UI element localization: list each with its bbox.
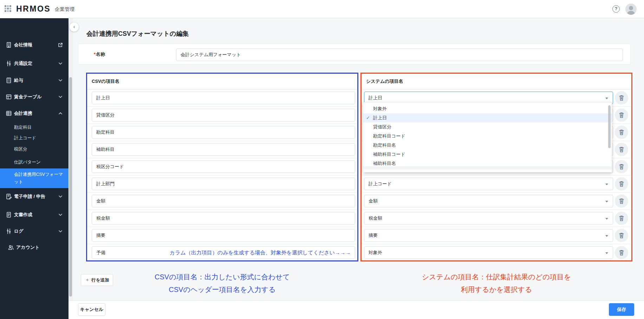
chevron-down-icon bbox=[58, 61, 63, 66]
csv-row: 貸借区分 bbox=[87, 107, 357, 124]
system-row: 税金額 bbox=[362, 210, 631, 227]
system-field-select[interactable]: 摘要 bbox=[364, 229, 613, 242]
sliders-icon bbox=[6, 60, 12, 67]
delete-row-button[interactable] bbox=[615, 194, 628, 208]
external-link-icon bbox=[58, 42, 63, 47]
save-button[interactable]: 保存 bbox=[609, 303, 634, 316]
chevron-down-icon bbox=[58, 94, 63, 99]
sidebar-item-accounting-link[interactable]: 会計連携 bbox=[0, 106, 69, 120]
hrmos-grid-logo-icon bbox=[5, 5, 13, 13]
chevron-up-icon bbox=[58, 111, 63, 116]
e-application-icon bbox=[6, 193, 12, 200]
sidebar-subitem-journal-pattern[interactable]: 仕訳パターン bbox=[0, 157, 69, 167]
format-name-input[interactable] bbox=[176, 48, 623, 61]
sidebar-subitem-account-titles[interactable]: 勘定科目 bbox=[0, 122, 69, 132]
dropdown-option[interactable]: 勘定科目名 bbox=[363, 141, 612, 150]
csv-annotation: CSVの項目名：出力したい形式に合わせて CSVのヘッダー項目名を入力する bbox=[86, 271, 358, 296]
dropdown-option[interactable]: 貸借区分 bbox=[363, 122, 612, 132]
csv-row: 税区分コード bbox=[87, 158, 357, 175]
csv-name-input[interactable]: 勘定科目 bbox=[92, 126, 355, 139]
caret-down-icon bbox=[605, 218, 608, 221]
brand-logo: HRMOS bbox=[16, 4, 51, 14]
csv-name-input[interactable]: 摘要 bbox=[92, 229, 355, 242]
calculator-icon bbox=[6, 77, 12, 84]
delete-row-button[interactable] bbox=[615, 177, 628, 191]
system-field-dropdown: 対象外 ✓計上日 貸借区分 勘定科目コード 勘定科目名 補助科目コード 補助科目… bbox=[363, 102, 612, 173]
top-header: HRMOS 企業管理 ? bbox=[0, 0, 644, 18]
csv-row: 税金額 bbox=[87, 210, 357, 227]
app-screen: HRMOS 企業管理 ? 会社情報 共通設定 給与 賃金テーブル bbox=[0, 0, 644, 319]
sidebar-subitem-tax-category[interactable]: 税区分 bbox=[0, 144, 69, 154]
log-sliders-icon bbox=[6, 228, 12, 234]
delete-row-button[interactable] bbox=[615, 246, 628, 259]
csv-row: 勘定科目 bbox=[87, 124, 357, 141]
system-field-select[interactable]: 対象外 bbox=[364, 246, 613, 259]
sidebar-item-log[interactable]: ログ bbox=[0, 224, 69, 238]
caret-down-icon bbox=[605, 184, 608, 187]
page-scrollbar-track bbox=[69, 18, 73, 300]
sidebar-item-e-application[interactable]: 電子申請 / 申告 bbox=[0, 190, 69, 204]
chevron-down-icon bbox=[58, 229, 63, 234]
system-field-select[interactable]: 税金額 bbox=[364, 212, 613, 225]
name-field-label: *名称 bbox=[94, 51, 105, 58]
help-icon[interactable]: ? bbox=[612, 5, 620, 13]
system-column-header: システムの項目名 bbox=[362, 74, 631, 89]
delete-row-button[interactable] bbox=[615, 91, 628, 105]
sidebar-collapse-button[interactable]: ‹ bbox=[70, 22, 79, 32]
system-field-select[interactable]: 金額 bbox=[364, 195, 613, 207]
page-title: 会計連携用CSVフォーマットの編集 bbox=[86, 29, 189, 38]
delete-row-button[interactable] bbox=[615, 126, 628, 139]
caret-down-icon bbox=[605, 201, 608, 204]
csv-name-input[interactable]: 計上部門 bbox=[92, 178, 355, 190]
csv-name-input[interactable]: 予備 カラム（出力項目）のみを生成する場合、対象外を選択してください→→→ bbox=[92, 246, 355, 259]
wage-table-icon bbox=[6, 94, 12, 100]
sidebar-subitem-csv-format-active[interactable]: 会計連携用CSVフォーマット bbox=[0, 168, 69, 188]
csv-row: 摘要 bbox=[87, 227, 357, 244]
building-icon bbox=[6, 42, 12, 48]
delete-row-button[interactable] bbox=[615, 160, 628, 173]
system-row: 摘要 bbox=[362, 227, 631, 244]
sidebar-item-payroll[interactable]: 給与 bbox=[0, 73, 69, 87]
delete-row-button[interactable] bbox=[615, 108, 628, 122]
delete-row-button[interactable] bbox=[615, 143, 628, 156]
document-icon bbox=[6, 212, 12, 218]
dropdown-option-selected[interactable]: ✓計上日 bbox=[363, 113, 612, 122]
sidebar-item-document-creation[interactable]: 文書作成 bbox=[0, 208, 69, 222]
csv-name-input[interactable]: 金額 bbox=[92, 195, 355, 207]
csv-column-header: CSVの項目名 bbox=[87, 74, 357, 89]
sidebar-subitem-posting-code[interactable]: 計上コード bbox=[0, 133, 69, 143]
delete-row-button[interactable] bbox=[615, 212, 628, 225]
delete-row-button[interactable] bbox=[615, 229, 628, 242]
csv-name-input[interactable]: 計上日 bbox=[92, 92, 355, 104]
dropdown-option[interactable]: 補助科目コード bbox=[363, 150, 612, 159]
sidebar-item-account[interactable]: アカウント bbox=[0, 240, 69, 254]
page-scrollbar-thumb[interactable] bbox=[69, 77, 72, 297]
csv-name-input[interactable]: 補助科目 bbox=[92, 143, 355, 156]
system-field-select[interactable]: 計上コード bbox=[364, 178, 613, 190]
system-annotation: システムの項目名：仕訳集計結果のどの項目を 利用するかを選択する bbox=[360, 271, 632, 296]
system-row: 計上コード bbox=[362, 175, 631, 193]
dropdown-scrollbar-thumb[interactable] bbox=[608, 105, 611, 148]
user-avatar[interactable] bbox=[625, 4, 637, 15]
account-users-icon bbox=[8, 244, 14, 251]
system-row: 対象外 bbox=[362, 244, 631, 261]
sidebar-item-company-info[interactable]: 会社情報 bbox=[0, 38, 69, 52]
csv-name-input[interactable]: 貸借区分 bbox=[92, 109, 355, 121]
csv-name-input[interactable]: 税区分コード bbox=[92, 160, 355, 173]
system-row: 金額 bbox=[362, 193, 631, 210]
cancel-button[interactable]: キャンセル bbox=[78, 303, 105, 316]
dropdown-partial-option bbox=[363, 166, 612, 170]
chevron-down-icon bbox=[58, 194, 63, 199]
sidebar-item-wage-table[interactable]: 賃金テーブル bbox=[0, 90, 69, 104]
format-name-card: *名称 bbox=[78, 44, 631, 65]
required-asterisk: * bbox=[94, 52, 96, 57]
footer-bar: キャンセル 保存 bbox=[69, 300, 644, 319]
sidebar-item-common-settings[interactable]: 共通設定 bbox=[0, 57, 69, 71]
accounting-table-icon bbox=[6, 110, 12, 117]
dropdown-option[interactable]: 対象外 bbox=[363, 104, 612, 113]
chevron-down-icon bbox=[58, 78, 63, 83]
csv-name-input[interactable]: 税金額 bbox=[92, 212, 355, 225]
csv-row: 補助科目 bbox=[87, 141, 357, 158]
dropdown-option[interactable]: 勘定科目コード bbox=[363, 132, 612, 141]
caret-down-icon bbox=[605, 252, 608, 255]
